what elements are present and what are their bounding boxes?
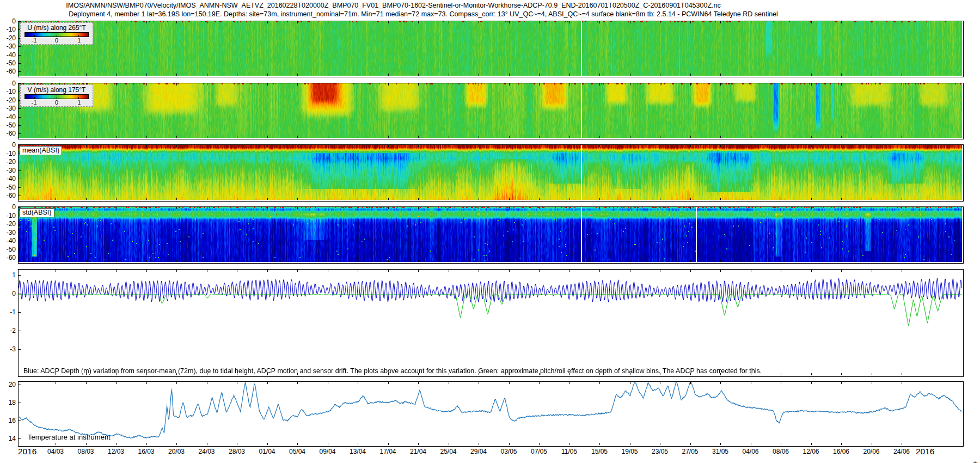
y-tick-label: -10 (0, 212, 16, 219)
x-axis-year-left: 2016 (18, 447, 36, 456)
x-tick-label: 27/05 (682, 448, 698, 455)
y-tick-label: 0 (0, 204, 16, 210)
temperature-plot (19, 382, 962, 445)
v-colorbar-tick-1: 1 (77, 99, 81, 106)
x-tick-label: 01/04 (259, 448, 275, 455)
x-tick-label: 20/03 (168, 448, 185, 455)
u-legend-title: U (m/s) along 265°T (24, 24, 89, 32)
y-tick-label: 20 (0, 381, 16, 388)
y-tick-label: -60 (0, 192, 16, 199)
y-tick-label: -10 (0, 150, 16, 157)
panel-depth-variation: Blue: ADCP Depth (m) variation from sens… (18, 269, 964, 377)
x-tick-label: 05/04 (289, 448, 305, 455)
x-tick-label: 16/03 (138, 448, 154, 455)
v-colorbar (24, 94, 89, 99)
y-tick-label: -20 (0, 221, 16, 227)
x-tick-label: 17/04 (379, 448, 396, 455)
u-colorbar-tick-1: 1 (77, 37, 81, 44)
y-tick-label: 1 (0, 272, 16, 278)
y-tick-label: -50 (0, 246, 16, 253)
x-tick-label: 24/03 (198, 448, 215, 455)
y-tick-label: -1 (0, 309, 16, 315)
y-tick-label: 0 (0, 142, 16, 148)
depth-annotation: Blue: ADCP Depth (m) variation from sens… (23, 367, 762, 375)
x-tick-label: 08/03 (77, 448, 94, 455)
y-tick-label: -60 (0, 130, 16, 137)
u-legend: U (m/s) along 265°T -1 0 1 (20, 22, 93, 45)
y-tick-label: -50 (0, 122, 16, 129)
v-colorbar-tick-0: 0 (55, 99, 58, 106)
x-tick-label: 20/06 (863, 448, 879, 455)
v-velocity-heatmap (19, 83, 962, 138)
y-tick-label: -10 (0, 88, 16, 95)
temperature-label: Temperature at instrument (28, 433, 111, 441)
panel-std-absi: std(ABSI) (18, 206, 964, 264)
y-tick-label: 0 (0, 290, 16, 297)
adcp-diagnostic-figure: { "title": { "line1": "IMOS/ANMN/NSW/BMP… (0, 0, 980, 463)
x-tick-label: 08/06 (773, 448, 789, 455)
x-tick-label: 11/05 (561, 448, 577, 455)
x-tick-label: 16/06 (833, 448, 849, 455)
y-tick-label: -30 (0, 229, 16, 236)
y-tick-label: -30 (0, 43, 16, 50)
x-tick-label: 07/05 (531, 448, 547, 455)
u-colorbar-ticks: -1 0 1 (24, 37, 89, 44)
x-tick-label: 04/06 (742, 448, 758, 455)
y-tick-label: -40 (0, 175, 16, 182)
x-tick-label: 25/04 (440, 448, 456, 455)
u-colorbar-tick-neg1: -1 (32, 37, 37, 44)
panel-temperature: Temperature at instrument (18, 381, 964, 447)
y-tick-label: 18 (0, 399, 16, 406)
y-tick-label: 14 (0, 435, 16, 442)
x-tick-label: 19/05 (621, 448, 638, 455)
x-tick-label: 12/06 (803, 448, 819, 455)
y-tick-label: 0 (0, 80, 16, 87)
x-tick-label: 15/05 (591, 448, 608, 455)
figure-title-line2: Deployment 4, member 1 lat=36.19S lon=15… (0, 10, 847, 18)
y-tick-label: 16 (0, 417, 16, 424)
y-tick-label: 0 (0, 18, 16, 25)
x-tick-label: 03/05 (500, 448, 517, 455)
figure-title-line1: IMOS/ANMN/NSW/BMP070/Velocity/IMOS_ANMN-… (0, 2, 787, 9)
y-tick-label: -10 (0, 26, 16, 33)
y-tick-label: -50 (0, 184, 16, 191)
u-colorbar-tick-0: 0 (55, 37, 58, 44)
v-legend: V (m/s) along 175°T -1 0 1 (20, 84, 93, 107)
x-tick-label: 31/05 (712, 448, 728, 455)
y-tick-label: -40 (0, 114, 16, 120)
v-legend-title: V (m/s) along 175°T (24, 86, 89, 94)
x-tick-label: 24/06 (893, 448, 910, 455)
y-tick-label: -40 (0, 52, 16, 58)
v-colorbar-ticks: -1 0 1 (24, 99, 89, 106)
y-tick-label: -50 (0, 60, 16, 66)
y-tick-label: -20 (0, 159, 16, 165)
mean-absi-label: mean(ABSI) (20, 146, 62, 155)
x-tick-label: 29/04 (470, 448, 487, 455)
x-tick-label: 13/04 (350, 448, 366, 455)
y-tick-label: -60 (0, 254, 16, 261)
std-absi-label: std(ABSI) (20, 208, 54, 217)
y-tick-label: -40 (0, 237, 16, 244)
x-axis-year-right: 2016 (916, 447, 934, 456)
y-tick-label: -60 (0, 68, 16, 75)
x-tick-label: 23/05 (652, 448, 668, 455)
depth-variation-plot (19, 270, 962, 375)
x-tick-label: 04/03 (47, 448, 64, 455)
panel-mean-absi: mean(ABSI) (18, 144, 964, 202)
y-tick-label: -3 (0, 346, 16, 352)
panel-v-velocity: V (m/s) along 175°T -1 0 1 (18, 83, 964, 139)
y-tick-label: -2 (0, 327, 16, 334)
panel-u-velocity: U (m/s) along 265°T -1 0 1 (18, 21, 964, 77)
x-tick-label: 21/04 (410, 448, 426, 455)
y-tick-label: -30 (0, 167, 16, 174)
x-tick-label: 09/04 (319, 448, 335, 455)
v-colorbar-tick-neg1: -1 (32, 99, 37, 106)
y-tick-label: -30 (0, 105, 16, 112)
u-colorbar (24, 32, 89, 37)
mean-absi-heatmap (19, 145, 962, 200)
x-tick-label: 12/03 (108, 448, 124, 455)
u-velocity-heatmap (19, 21, 962, 76)
std-absi-heatmap (19, 207, 962, 262)
y-tick-label: -20 (0, 97, 16, 103)
x-tick-label: 28/03 (229, 448, 245, 455)
